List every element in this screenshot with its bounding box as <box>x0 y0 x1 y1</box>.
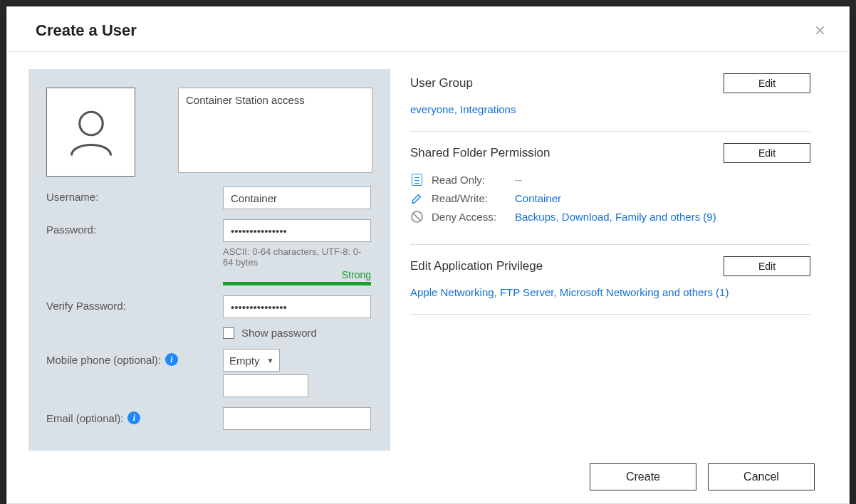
deny-access-value[interactable]: Backups, Download, Family and others (9) <box>515 211 716 223</box>
show-password-checkbox[interactable] <box>223 327 234 339</box>
app-privilege-title: Edit Application Privilege <box>410 259 543 273</box>
left-panel: Username: Password: ASCII: 0-64 characte… <box>28 69 390 451</box>
password-label: Password: <box>46 219 223 236</box>
password-hint: ASCII: 0-64 characters, UTF-8: 0-64 byte… <box>223 246 371 268</box>
avatar-placeholder[interactable] <box>46 88 135 177</box>
read-write-row: Read/Write: Container <box>410 191 810 204</box>
modal-footer: Create Cancel <box>7 451 849 503</box>
edit-app-privilege-button[interactable]: Edit <box>724 256 810 276</box>
app-privilege-section: Edit Application Privilege Edit Apple Ne… <box>410 245 810 315</box>
modal-header: Create a User ✕ <box>7 7 849 52</box>
email-label: Email (optional): i <box>46 407 223 424</box>
read-only-value: -- <box>515 174 522 186</box>
show-password-label: Show password <box>241 327 317 339</box>
username-input[interactable] <box>223 187 371 209</box>
user-group-title: User Group <box>410 76 473 90</box>
shared-folder-title: Shared Folder Permission <box>410 146 550 160</box>
svg-point-0 <box>79 112 103 135</box>
create-button[interactable]: Create <box>590 463 696 490</box>
password-strength-bar <box>223 282 371 285</box>
verify-password-input[interactable] <box>223 295 371 318</box>
pencil-icon <box>410 191 423 204</box>
close-icon[interactable]: ✕ <box>814 23 826 38</box>
user-group-value[interactable]: everyone, Integrations <box>410 103 810 115</box>
shared-folder-section: Shared Folder Permission Edit Read Only:… <box>410 132 810 245</box>
modal-body: Username: Password: ASCII: 0-64 characte… <box>7 52 849 451</box>
info-icon[interactable]: i <box>127 411 140 424</box>
read-only-label: Read Only: <box>432 174 506 186</box>
edit-user-group-button[interactable]: Edit <box>724 73 810 93</box>
chevron-down-icon: ▼ <box>267 357 274 364</box>
mobile-country-select[interactable]: Empty ▼ <box>223 349 280 372</box>
cancel-button[interactable]: Cancel <box>708 463 815 490</box>
read-only-row: Read Only: -- <box>410 173 810 186</box>
mobile-number-input[interactable] <box>223 374 308 397</box>
username-label: Username: <box>46 187 223 203</box>
info-icon[interactable]: i <box>165 353 178 366</box>
email-input[interactable] <box>223 407 371 430</box>
deny-icon <box>411 211 423 223</box>
read-write-value[interactable]: Container <box>515 192 561 204</box>
right-panel: User Group Edit everyone, Integrations S… <box>410 69 828 451</box>
modal-title: Create a User <box>36 21 137 40</box>
password-strength-label: Strong <box>342 269 371 280</box>
user-group-section: User Group Edit everyone, Integrations <box>410 70 810 132</box>
password-input[interactable] <box>223 219 371 242</box>
edit-shared-folder-button[interactable]: Edit <box>724 143 810 163</box>
deny-access-label: Deny Access: <box>432 211 506 223</box>
verify-password-label: Verify Password: <box>46 295 223 312</box>
deny-access-row: Deny Access: Backups, Download, Family a… <box>410 210 810 223</box>
app-privilege-value[interactable]: Apple Networking, FTP Server, Microsoft … <box>410 286 810 298</box>
read-write-label: Read/Write: <box>432 192 506 204</box>
person-icon <box>63 104 120 161</box>
description-input[interactable] <box>178 88 372 173</box>
mobile-label: Mobile phone (optional): i <box>46 349 223 366</box>
create-user-modal: Create a User ✕ Username: <box>6 6 850 504</box>
document-icon <box>412 174 422 186</box>
